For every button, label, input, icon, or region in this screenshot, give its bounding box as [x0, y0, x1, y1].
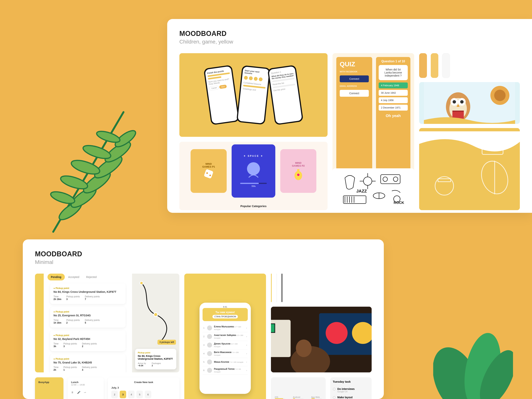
date-label: July, 3: [111, 386, 176, 389]
leader-row[interactable]: 3 Денис Крысов 8.3 • 299 походов›: [203, 341, 248, 349]
quiz-email-label: EMAIL ADDRESS: [340, 85, 369, 87]
moodboard-bottom-panel: MOODBOARD Minimal Pending Accepted Rejec…: [23, 239, 384, 399]
leader-row[interactable]: 1 Елена Малышева 9.7 • 320 походов›: [203, 324, 248, 332]
swatch[interactable]: [442, 53, 450, 78]
svg-point-33: [206, 172, 208, 174]
lunch-card[interactable]: Lunch 12:00 — 14:00 ⏸ 🎤 ⤻: [68, 377, 104, 399]
create-task-card[interactable]: Create New task July, 3 23456 Wireframin…: [108, 377, 179, 399]
swatch[interactable]: [419, 53, 427, 78]
quiz-login-email: Connect: [340, 90, 369, 97]
swatch[interactable]: [282, 274, 282, 302]
task-item[interactable]: Make layoutAndroid app: [333, 394, 369, 399]
quiz-cheer: Oh yeah: [379, 114, 408, 118]
phone-clock: 8:41: [203, 306, 248, 308]
tile-phone-mockups[interactable]: Finish the puzzle Sure you want to end? …: [179, 53, 328, 137]
quiz-answer-correct: 4 February 1948: [379, 82, 408, 88]
pkg-label: Packages: [152, 362, 161, 364]
tasks-heading: Tuesday task: [333, 380, 369, 383]
panel-title: MOODBOARD: [35, 250, 372, 258]
svg-point-8: [70, 158, 101, 177]
swatch[interactable]: [271, 274, 272, 302]
panel-subtitle: Children, game, yellow: [179, 39, 520, 45]
tile-music-doodle[interactable]: JAZZ ROCK: [332, 168, 414, 210]
leader-banner-title: Ты нам нужен!: [205, 311, 245, 314]
svg-rect-63: [271, 324, 275, 332]
tile-delivery-app[interactable]: Pending Accepted Rejected ● Pickup point…: [35, 274, 179, 372]
next-icon: ⤻: [84, 391, 86, 394]
pickup-label: Pickup point: [138, 352, 174, 354]
lunch-time: 12:00 — 14:00: [71, 384, 100, 386]
svg-point-22: [460, 100, 464, 104]
phone2-title: Start your next lessons: [244, 69, 260, 75]
svg-point-39: [297, 174, 299, 176]
svg-point-6: [49, 190, 76, 206]
tile-swatch-photo-column: [271, 274, 372, 372]
quiz-answer: 4 July 1956: [379, 97, 408, 103]
tile-music-illustration[interactable]: [419, 128, 520, 210]
tile-owl-illustration[interactable]: [419, 82, 520, 124]
lunch-title: Lunch: [71, 381, 78, 384]
svg-point-21: [453, 100, 456, 104]
mic-icon: 🎤: [77, 391, 80, 394]
day-pill[interactable]: 6: [145, 391, 151, 398]
svg-point-66: [296, 340, 312, 357]
svg-point-35: [247, 162, 260, 175]
moodboard-bottom-gallery: Pending Accepted Rejected ● Pickup point…: [35, 274, 372, 399]
decorative-leaf-right: [433, 308, 513, 399]
pickup-card[interactable]: ● Pickup point No 84, Kings Cross Underg…: [50, 284, 126, 304]
tile-bars-tasks: iOS80% Android20% App Web35% Tuesday tas…: [271, 377, 372, 399]
tile-mind-games[interactable]: MIND GAMES P1 ✦ SPACE ✦ 70% MIND GAMES P…: [179, 142, 328, 210]
svg-point-16: [494, 90, 506, 101]
doodle-jazz-text: JAZZ: [356, 189, 367, 193]
pause-icon: ⏸: [71, 391, 74, 394]
tile-photo-museum[interactable]: [271, 307, 372, 372]
leader-row[interactable]: 6 Рандомный Типок 7.2 • 80 походов›: [203, 366, 248, 375]
game-progress: 70%: [251, 185, 256, 187]
svg-point-10: [95, 129, 121, 144]
svg-point-34: [209, 175, 211, 176]
day-pill[interactable]: 4: [128, 391, 134, 398]
phone1-cancel: Cancel: [209, 86, 219, 91]
leader-row[interactable]: 2 Анастасия Зайцева 9.3 • 280 походов›: [203, 332, 248, 341]
tab-rejected[interactable]: Rejected: [83, 274, 100, 280]
mapcard-addr: No 84, Kings Cross Underground Station, …: [138, 355, 174, 360]
progress-bars-card[interactable]: iOS80% Android20% App Web35%: [271, 377, 326, 399]
svg-point-55: [140, 281, 143, 285]
busyapp-card[interactable]: BusyApp Your: [35, 377, 63, 399]
panel-title: MOODBOARD: [179, 30, 520, 38]
svg-rect-32: [204, 169, 213, 179]
tile-swatch-column: [419, 53, 520, 210]
day-pill[interactable]: 3: [120, 391, 126, 398]
day-pill[interactable]: 2: [111, 391, 118, 398]
leader-row[interactable]: 4 Витя Максимов 7.6 • 280 походов›: [203, 349, 248, 358]
svg-rect-25: [452, 111, 464, 112]
map-float-card: Pickup point No 84, Kings Cross Undergro…: [135, 349, 176, 369]
svg-point-56: [154, 313, 158, 317]
swatch[interactable]: [276, 274, 277, 302]
day-pill[interactable]: 5: [136, 391, 143, 398]
arrive-val: ~9:34: [138, 364, 143, 367]
svg-point-7: [59, 173, 89, 191]
quiz-qnum: Question 1 of 10: [379, 60, 408, 63]
quiz-answer: 30 June 1942: [379, 90, 408, 96]
svg-rect-38: [297, 169, 299, 172]
pickup-card[interactable]: ● Pickup point No 75, Grand Lake St, KHB…: [50, 354, 126, 372]
panel-subtitle: Minimal: [35, 259, 372, 265]
quiz-answer: 2 December 1971: [379, 105, 408, 111]
tile-leaderboard-phone[interactable]: 8:41 Ты нам нужен! СТАНЬ ПРОВОДНИКОМ 1 Е…: [184, 274, 266, 399]
task-item[interactable]: Do interviewsGoogle UX: [333, 386, 369, 394]
bar-label: Android: [293, 396, 304, 398]
doodle-rock-text: ROCK: [394, 201, 404, 205]
tab-pending[interactable]: Pending: [48, 274, 65, 280]
moodboard-top-panel: MOODBOARD Children, game, yellow Finish …: [167, 19, 532, 213]
swatch[interactable]: [431, 53, 438, 78]
tab-accepted[interactable]: Accepted: [65, 274, 83, 280]
pickup-card[interactable]: ● Pickup point No 25, Evergreen St, RTG3…: [50, 307, 126, 328]
leader-banner-btn: СТАНЬ ПРОВОДНИКОМ: [212, 315, 238, 318]
leader-row[interactable]: 5 Миша Козлов 7.4 • 180 походов›: [203, 358, 248, 366]
decorative-leaf-left: [42, 91, 141, 239]
pickup-card[interactable]: ● Pickup point No 32, Bayland Park HDT45…: [50, 331, 126, 351]
pkg-val: 2: [152, 364, 153, 367]
phone1-next: Next: [219, 85, 227, 89]
tasks-card[interactable]: Tuesday task Do interviewsGoogle UXMake …: [330, 377, 372, 399]
